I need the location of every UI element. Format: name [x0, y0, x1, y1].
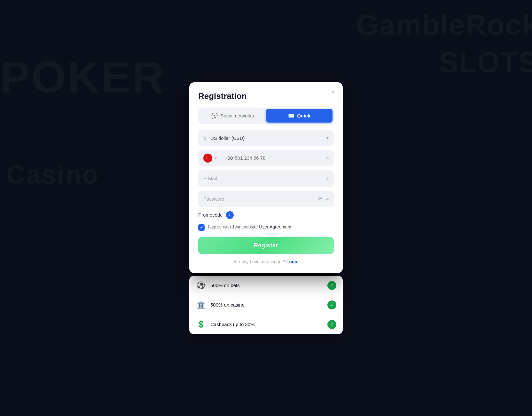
user-agreement-link[interactable]: User Agreement — [259, 224, 291, 229]
social-icon: 💬 — [211, 113, 218, 119]
tab-social-networks[interactable]: 💬 Social networks — [199, 109, 266, 123]
phone-input[interactable] — [235, 155, 326, 161]
chevron-down-icon: ▾ — [326, 135, 329, 140]
bg-text-poker: POKER — [0, 51, 166, 103]
bg-text-right: GambleRock SLOTS — [356, 6, 532, 81]
promocode-row: Promocode + — [198, 211, 334, 219]
promo-cashback-text: Cashback up to 30% — [210, 322, 327, 327]
promo-item-bets: ⚽ 500% on bets ✓ — [189, 276, 343, 295]
check-icon: ✓ — [330, 283, 334, 288]
password-field-row: 👁 — [198, 191, 334, 207]
close-icon: × — [331, 89, 335, 95]
soccer-ball-icon: ⚽ — [196, 281, 206, 290]
login-prompt-text: Already have an account? — [233, 259, 286, 264]
email-dot-indicator — [326, 177, 329, 180]
promo-item-casino: 🏛️ 500% on casino ✓ — [189, 295, 343, 315]
tab-social-label: Social networks — [220, 113, 254, 118]
promo-bets-text: 500% on bets — [210, 283, 327, 288]
promo-casino-text: 500% on casino — [210, 302, 327, 308]
register-button[interactable]: Register — [198, 237, 334, 254]
promo-item-cashback: 💲 Cashback up to 30% ✓ — [189, 315, 343, 334]
promo-casino-check: ✓ — [327, 300, 336, 309]
add-promocode-button[interactable]: + — [226, 211, 234, 219]
agreement-checkbox[interactable]: ✓ — [198, 224, 205, 231]
promo-bets-check: ✓ — [327, 281, 336, 290]
login-row: Already have an account? Login — [198, 259, 334, 264]
eye-icon[interactable]: 👁 — [318, 196, 324, 202]
promocode-label: Promocode — [198, 212, 223, 218]
dollar-icon: $ — [203, 135, 207, 141]
close-button[interactable]: × — [328, 87, 338, 97]
tab-quick-label: Quick — [297, 113, 310, 118]
phone-dot-indicator — [326, 157, 329, 159]
turkey-flag: 🇹🇷 — [203, 154, 212, 163]
bg-text-casino: Casino — [6, 160, 99, 189]
cashback-icon: 💲 — [196, 320, 206, 329]
login-link[interactable]: Login — [286, 259, 299, 264]
check-icon-2: ✓ — [330, 302, 334, 308]
currency-select[interactable]: $ US dollar (USD) ▾ — [198, 130, 334, 146]
agreement-row: ✓ I agree with 1win website User Agreeme… — [198, 224, 334, 231]
flag-chevron-icon: ▾ — [215, 156, 217, 160]
tab-quick[interactable]: ✉️ Quick — [266, 109, 332, 123]
phone-field-row: 🇹🇷 ▾ +90 — [198, 150, 334, 166]
registration-modal: Registration × 💬 Social networks ✉️ Quic… — [189, 82, 343, 273]
dialog-wrapper: Registration × 💬 Social networks ✉️ Quic… — [189, 82, 343, 334]
promo-card: ⚽ 500% on bets ✓ 🏛️ 500% on casino ✓ 💲 C… — [189, 276, 343, 334]
casino-icon: 🏛️ — [196, 301, 206, 309]
phone-country-code: +90 — [225, 155, 233, 161]
country-dropdown[interactable]: 🇹🇷 ▾ — [203, 154, 217, 163]
password-input[interactable] — [203, 196, 318, 202]
email-field-row — [198, 170, 334, 187]
agreement-text: I agree with 1win website User Agreement — [208, 224, 291, 230]
currency-value: US dollar (USD) — [210, 135, 326, 141]
modal-title: Registration — [198, 91, 334, 101]
envelope-icon: ✉️ — [288, 113, 294, 119]
tab-row: 💬 Social networks ✉️ Quick — [198, 108, 334, 124]
check-icon-3: ✓ — [330, 322, 334, 327]
promo-cashback-check: ✓ — [327, 320, 336, 329]
phone-divider — [221, 154, 221, 163]
password-dot-indicator — [326, 198, 329, 200]
checkmark-icon: ✓ — [200, 225, 203, 230]
email-input[interactable] — [203, 176, 326, 181]
